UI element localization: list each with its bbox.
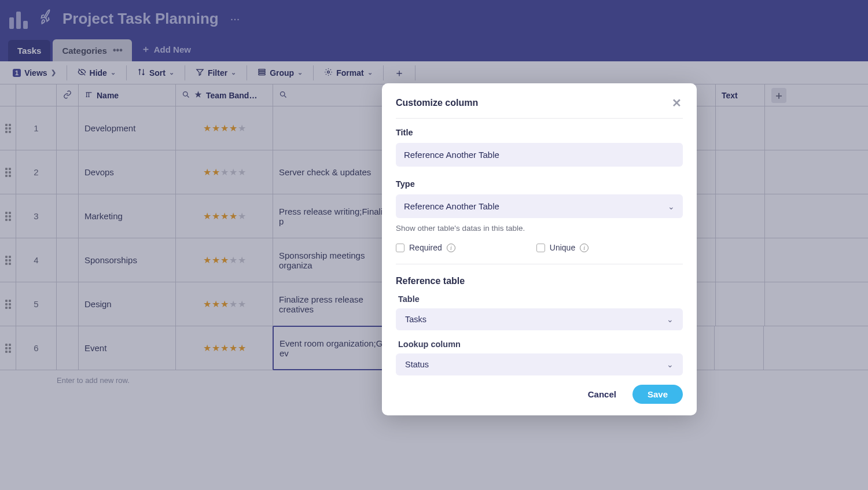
lookup-select[interactable]: Status ⌄ (396, 353, 683, 375)
required-label: Required (409, 243, 442, 252)
title-input[interactable] (396, 143, 683, 167)
customize-column-modal: Customize column ✕ Title Type Reference … (382, 83, 697, 415)
table-label: Table (398, 294, 683, 304)
unique-checkbox[interactable] (536, 244, 545, 252)
info-icon[interactable]: i (447, 244, 455, 252)
required-checkbox[interactable] (396, 244, 404, 252)
chevron-down-icon: ⌄ (668, 202, 675, 211)
reference-section-title: Reference table (396, 276, 683, 286)
chevron-down-icon: ⌄ (667, 315, 674, 324)
modal-title: Customize column (396, 98, 478, 108)
unique-label: Unique (550, 243, 575, 252)
close-icon[interactable]: ✕ (671, 95, 683, 111)
type-hint: Show other table's datas in this table. (396, 224, 683, 233)
lookup-label: Lookup column (398, 340, 683, 349)
type-select[interactable]: Reference Another Table ⌄ (396, 194, 683, 218)
title-label: Title (396, 128, 683, 137)
save-button[interactable]: Save (632, 385, 683, 404)
chevron-down-icon: ⌄ (667, 360, 674, 369)
info-icon[interactable]: i (580, 244, 589, 252)
table-select[interactable]: Tasks ⌄ (396, 308, 683, 330)
type-label: Type (396, 179, 683, 189)
cancel-button[interactable]: Cancel (586, 385, 619, 404)
